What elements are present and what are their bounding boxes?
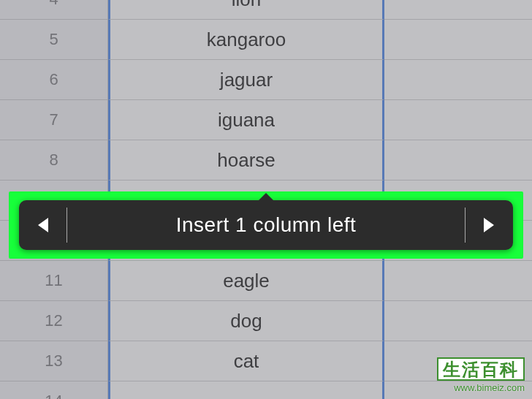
watermark: 生活百科 www.bimeiz.com <box>437 357 525 393</box>
menu-prev-button[interactable] <box>19 200 67 250</box>
menu-next-button[interactable] <box>465 200 513 250</box>
chevron-right-icon <box>484 218 494 232</box>
watermark-title: 生活百科 <box>437 357 525 381</box>
watermark-url: www.bimeiz.com <box>437 382 525 393</box>
insert-column-left-option[interactable]: Insert 1 column left <box>67 213 465 237</box>
callout-pointer-icon <box>257 193 275 202</box>
context-menu: Insert 1 column left <box>19 200 513 250</box>
chevron-left-icon <box>38 218 48 232</box>
